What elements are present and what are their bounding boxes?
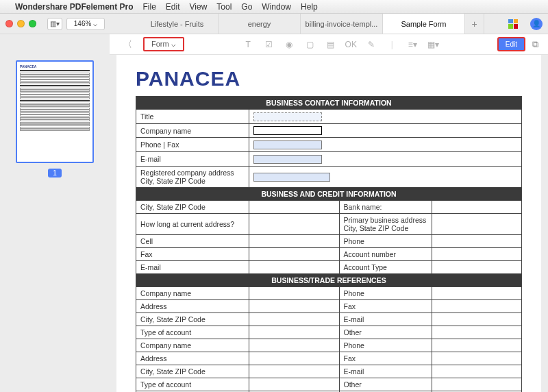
section-header: BUSINESS CONTACT INFORMATION	[136, 97, 522, 110]
section-header: BUSINESS/TRADE REFERENCES	[136, 273, 522, 286]
secondary-toolbar: 〈 Form ⌵ T ☑ ◉ ▢ ▤ OK ✎ | ≡▾ ▦▾ Edit ⧉	[110, 34, 548, 55]
thumbnail-sidebar: PANACEA 1	[0, 55, 110, 392]
menu-help[interactable]: Help	[301, 2, 318, 12]
field-label: Company name	[136, 123, 249, 138]
minimize-button[interactable]	[17, 20, 25, 27]
tab-energy[interactable]: energy	[219, 14, 301, 34]
edit-button[interactable]: Edit	[497, 37, 525, 51]
field-label: How long at current address?	[136, 213, 249, 234]
macos-menubar: Wondershare PDFelement Pro File Edit Vie…	[0, 0, 548, 14]
field-label: Primary business addressCity, State ZIP …	[339, 213, 432, 234]
document-area[interactable]: PANACEA BUSINESS CONTACT INFORMATION Tit…	[110, 55, 548, 392]
menu-window[interactable]: Window	[262, 2, 291, 12]
form-dropdown[interactable]: Form ⌵	[143, 37, 184, 51]
field-label: Registered company addressCity, State ZI…	[136, 166, 249, 187]
field-label: City, State ZIP Code	[136, 365, 249, 378]
field-label: Fax	[339, 352, 432, 365]
title-input[interactable]	[253, 112, 322, 121]
apps-grid-icon[interactable]	[508, 19, 518, 29]
signature-icon[interactable]: ✎	[364, 38, 378, 51]
window-titlebar: ▥▾ 146% ⌵ Lifestyle - Fruits energy bill…	[0, 14, 548, 34]
field-label: Company name	[136, 286, 249, 299]
field-label: Account Type	[339, 260, 432, 273]
field-label: Company name	[136, 339, 249, 352]
field-label: Address	[136, 352, 249, 365]
sidebar-toggle-icon[interactable]: ▥▾	[47, 18, 62, 30]
menu-view[interactable]: View	[190, 2, 208, 12]
tab-lifestyle[interactable]: Lifestyle - Fruits	[136, 14, 219, 34]
field-label: Fax	[339, 299, 432, 313]
company-input[interactable]	[253, 126, 322, 135]
document-title: PANACEA	[136, 67, 522, 90]
align-icon[interactable]: ≡▾	[406, 38, 419, 51]
add-tab-button[interactable]: +	[465, 14, 484, 34]
page-number-badge: 1	[48, 169, 62, 177]
field-label: E-mail	[136, 260, 249, 273]
field-label: Cell	[136, 234, 249, 247]
document-tabs: Lifestyle - Fruits energy billing-invoic…	[136, 14, 496, 34]
field-label: E-mail	[136, 152, 249, 167]
field-label: E-mail	[339, 313, 432, 326]
field-label: Bank name:	[339, 200, 432, 213]
maximize-button[interactable]	[29, 20, 36, 27]
form-table: BUSINESS CONTACT INFORMATION Title Compa…	[136, 96, 522, 392]
field-label: Fax	[136, 247, 249, 260]
field-label: City, State ZIP Code	[136, 313, 249, 326]
field-label: Type of account	[136, 378, 249, 391]
field-label: City, State ZIP Code	[136, 200, 249, 213]
menu-tool[interactable]: Tool	[216, 2, 232, 12]
field-label: Type of account	[136, 326, 249, 339]
menu-file[interactable]: File	[143, 2, 156, 12]
user-avatar-icon[interactable]: 👤	[530, 18, 543, 30]
thumb-title: PANACEA	[20, 64, 90, 69]
field-label: Phone	[339, 339, 432, 352]
traffic-lights	[5, 20, 36, 27]
address-input[interactable]	[253, 173, 330, 182]
field-label: E-mail	[339, 365, 432, 378]
checkbox-icon[interactable]: ☑	[262, 38, 275, 51]
text-field-icon[interactable]: T	[241, 38, 255, 51]
field-label: Phone	[339, 286, 432, 299]
field-label: Account number	[339, 247, 432, 260]
field-label: Phone	[339, 234, 432, 247]
field-label: Phone | Fax	[136, 138, 249, 152]
page-view-icon[interactable]: ⧉	[532, 39, 538, 50]
main-area: PANACEA 1 PANACEA BUSINESS CONTACT INFOR…	[0, 55, 548, 392]
more-tools-icon[interactable]: ▦▾	[426, 38, 440, 51]
back-button[interactable]: 〈	[119, 37, 136, 52]
menu-edit[interactable]: Edit	[166, 2, 180, 12]
page-thumbnail[interactable]: PANACEA	[16, 60, 94, 163]
email-input[interactable]	[253, 155, 322, 164]
divider: |	[385, 38, 399, 51]
combo-icon[interactable]: ▢	[303, 38, 316, 51]
app-name: Wondershare PDFelement Pro	[15, 2, 134, 12]
menu-go[interactable]: Go	[241, 2, 252, 12]
field-label: Other	[339, 378, 432, 391]
field-label: Address	[136, 299, 249, 313]
pdf-page: PANACEA BUSINESS CONTACT INFORMATION Tit…	[116, 55, 541, 392]
zoom-dropdown[interactable]: 146% ⌵	[66, 18, 105, 30]
tab-billing[interactable]: billing-invoice-templ...	[301, 14, 383, 34]
button-icon[interactable]: OK	[344, 38, 358, 51]
field-label: Other	[339, 326, 432, 339]
field-label: Title	[136, 110, 249, 124]
section-header: BUSINESS AND CREDIT INFORMATION	[136, 187, 522, 200]
close-button[interactable]	[5, 20, 13, 27]
radio-icon[interactable]: ◉	[282, 38, 296, 51]
phone-input[interactable]	[253, 140, 322, 149]
list-icon[interactable]: ▤	[323, 38, 337, 51]
tab-sample-form[interactable]: Sample Form	[383, 14, 465, 34]
